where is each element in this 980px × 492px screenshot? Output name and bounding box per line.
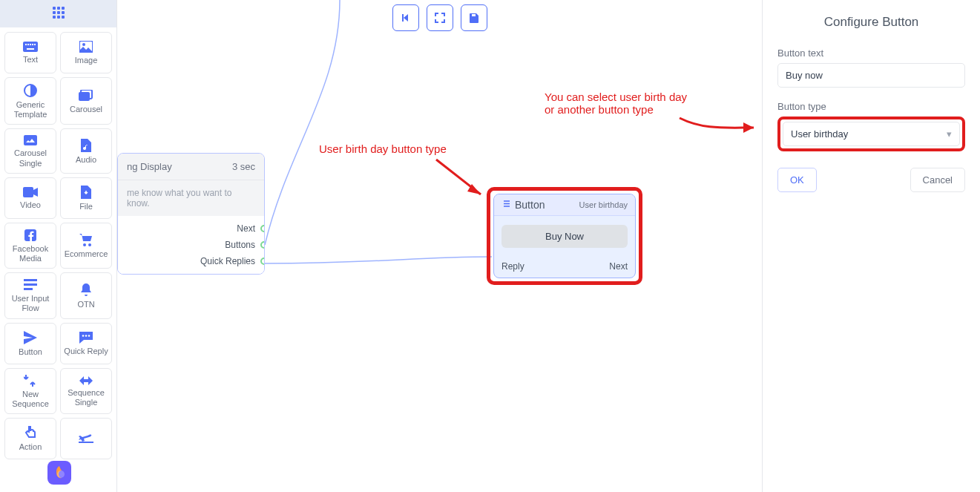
typing-node-hint: me know what you want to know.	[118, 180, 264, 216]
svg-rect-1	[57, 7, 60, 10]
file-icon	[81, 186, 91, 199]
send-icon	[24, 331, 37, 344]
palette-item-label: Carousel Single	[7, 148, 54, 168]
svg-rect-14	[34, 44, 36, 45]
button-text-label: Button text	[777, 47, 965, 59]
input-flow-icon	[24, 279, 37, 291]
port-label: Next	[237, 223, 255, 234]
ok-button[interactable]: OK	[777, 168, 817, 192]
button-node-tag: User birthday	[579, 200, 628, 209]
svg-rect-10	[25, 44, 27, 45]
image-icon	[79, 41, 93, 53]
port-dot[interactable]	[260, 241, 265, 249]
palette-item-label: Facebook Media	[7, 244, 54, 263]
palette-item-sequence-single[interactable]: Sequence Single	[60, 368, 112, 414]
palette-item-label: Carousel	[70, 105, 102, 114]
button-text-input[interactable]	[777, 63, 965, 88]
svg-rect-28	[24, 288, 33, 290]
pointer-icon	[24, 426, 36, 439]
palette-item-ecommerce[interactable]: Ecommerce	[60, 223, 112, 269]
palette-item-file[interactable]: File	[60, 177, 112, 219]
list-icon	[501, 199, 511, 211]
port-label: Buttons	[225, 240, 255, 250]
svg-rect-5	[62, 11, 65, 14]
palette-item-image[interactable]: Image	[60, 32, 112, 73]
palette-item-label: Sequence Single	[62, 388, 110, 407]
button-node-title: Button	[501, 199, 545, 211]
contrast-icon	[24, 84, 37, 97]
svg-point-30	[85, 335, 88, 337]
palette-item-user-input-flow[interactable]: User Input Flow	[4, 272, 56, 318]
button-node-button[interactable]: Buy Now	[501, 225, 628, 248]
palette-item-label: Text	[23, 55, 38, 65]
palette-item-label: OTN	[77, 300, 94, 309]
button-type-select[interactable]: User birthday ▾	[783, 122, 960, 146]
video-icon	[23, 187, 38, 197]
palette-item-label: Generic Template	[7, 100, 54, 119]
palette-item-action[interactable]: Action	[4, 418, 56, 459]
palette-item-text[interactable]: Text	[4, 32, 56, 73]
palette-item-label: Audio	[76, 155, 96, 165]
panel-title: Configure Button	[777, 15, 965, 30]
palette-item-label: Ecommerce	[65, 249, 108, 259]
svg-rect-3	[53, 11, 56, 14]
palette-item-carousel[interactable]: Carousel	[60, 77, 112, 125]
palette-item-video[interactable]: Video	[4, 177, 56, 219]
svg-rect-6	[53, 16, 56, 19]
svg-rect-21	[24, 135, 37, 145]
palette-item-carousel-single[interactable]: Carousel Single	[4, 128, 56, 173]
port-dot[interactable]	[260, 225, 265, 232]
app-logo[interactable]	[47, 461, 71, 485]
palette-item-item[interactable]	[60, 418, 112, 459]
svg-rect-27	[24, 283, 37, 286]
palette-item-facebook-media[interactable]: Facebook Media	[4, 223, 56, 269]
chat-icon	[79, 332, 93, 344]
palette-item-quick-reply[interactable]: Quick Reply	[60, 323, 112, 364]
file-audio-icon	[81, 139, 91, 152]
palette-item-audio[interactable]: Audio	[60, 128, 112, 173]
palette-item-button[interactable]: Button	[4, 323, 56, 364]
sidebar-header[interactable]	[0, 0, 116, 27]
typing-display-node[interactable]: ng Display 3 sec me know what you want t…	[117, 153, 265, 275]
svg-rect-8	[62, 16, 65, 19]
svg-rect-11	[27, 44, 29, 45]
chevron-down-icon: ▾	[947, 128, 952, 140]
cancel-button[interactable]: Cancel	[910, 168, 965, 192]
typing-node-duration: 3 sec	[232, 161, 255, 172]
svg-rect-20	[79, 92, 90, 101]
apps-icon	[52, 6, 65, 22]
annotation-1: User birth day button type	[319, 142, 447, 155]
cart-icon	[79, 233, 93, 246]
palette-item-generic-template[interactable]: Generic Template	[4, 77, 56, 125]
palette-item-label: Action	[19, 442, 42, 452]
svg-rect-13	[32, 44, 33, 45]
save-button[interactable]	[461, 4, 487, 31]
bell-icon	[80, 283, 92, 297]
svg-marker-34	[743, 122, 754, 133]
reset-view-button[interactable]	[392, 4, 419, 31]
svg-point-36	[57, 470, 65, 478]
svg-rect-35	[402, 14, 404, 22]
palette-item-new-sequence[interactable]: New Sequence	[4, 368, 56, 414]
palette: Text Image Generic Template Carousel Car…	[0, 27, 116, 464]
svg-point-25	[88, 243, 91, 246]
plane-icon	[79, 433, 93, 443]
svg-rect-7	[57, 16, 60, 19]
svg-point-29	[82, 335, 85, 337]
palette-item-label: New Sequence	[7, 390, 54, 409]
button-type-label: Button type	[777, 101, 965, 112]
svg-point-17	[82, 43, 85, 46]
palette-item-label: Quick Reply	[64, 347, 108, 356]
canvas-toolbar	[392, 4, 487, 31]
palette-item-otn[interactable]: OTN	[60, 272, 112, 318]
sequence-icon	[24, 375, 37, 387]
svg-point-31	[88, 335, 91, 337]
palette-item-label: File	[79, 202, 93, 211]
button-node[interactable]: Button User birthday Buy Now Reply Next	[493, 194, 636, 278]
canvas[interactable]: ng Display 3 sec me know what you want t…	[117, 0, 762, 492]
port-dot[interactable]	[260, 258, 265, 265]
button-node-highlight: Button User birthday Buy Now Reply Next	[487, 187, 642, 285]
image-single-icon	[24, 135, 37, 145]
port-reply: Reply	[501, 261, 524, 272]
fit-view-button[interactable]	[427, 4, 453, 31]
